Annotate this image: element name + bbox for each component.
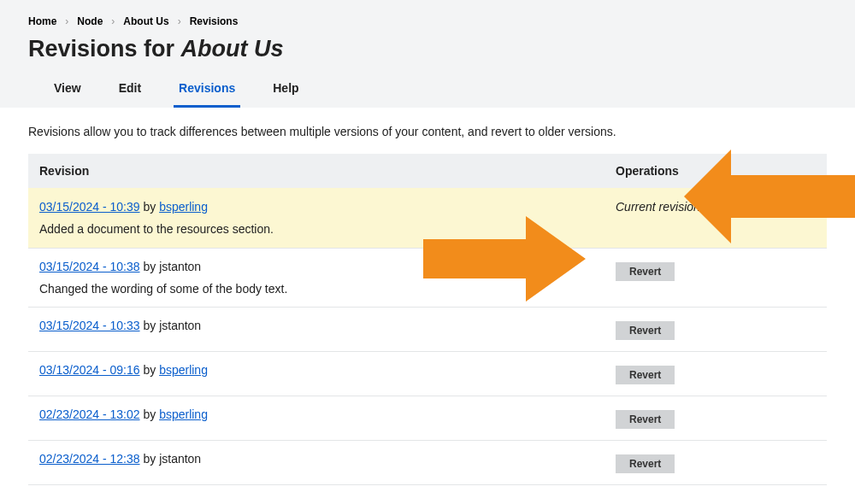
table-row: 03/15/2024 - 10:38 by jstantonChanged th… [28, 249, 827, 308]
revision-author: jstanton [159, 452, 201, 466]
revision-author[interactable]: bsperling [159, 363, 208, 377]
breadcrumb-about-us[interactable]: About Us [123, 15, 168, 27]
revisions-table: Revision Operations 03/15/2024 - 10:39 b… [28, 154, 827, 485]
by-label: by [140, 260, 160, 273]
operations-cell: Revert [604, 441, 827, 485]
operations-cell: Current revision [604, 188, 827, 249]
revision-author[interactable]: bsperling [159, 200, 208, 214]
col-operations: Operations [604, 154, 827, 188]
revision-author: jstanton [159, 260, 201, 273]
revert-button[interactable]: Revert [616, 262, 675, 281]
revision-cell: 03/13/2024 - 09:16 by bsperling [28, 352, 604, 396]
breadcrumb-node[interactable]: Node [77, 15, 103, 27]
by-label: by [140, 452, 160, 466]
page-title: Revisions for About Us [28, 36, 827, 62]
tabs: View Edit Revisions Help [28, 73, 827, 108]
revision-timestamp-link[interactable]: 03/13/2024 - 09:16 [39, 363, 140, 377]
current-revision-label: Current revision [616, 200, 700, 214]
revision-cell: 03/15/2024 - 10:38 by jstantonChanged th… [28, 249, 604, 308]
revert-button[interactable]: Revert [616, 321, 675, 340]
operations-cell: Revert [604, 308, 827, 352]
tab-help[interactable]: Help [268, 73, 304, 108]
breadcrumb-home[interactable]: Home [28, 15, 56, 27]
revision-timestamp-link[interactable]: 02/23/2024 - 13:02 [39, 407, 140, 421]
tab-revisions[interactable]: Revisions [174, 73, 240, 108]
revision-cell: 02/23/2024 - 12:38 by jstanton [28, 441, 604, 485]
chevron-right-icon: › [65, 15, 68, 27]
by-label: by [140, 200, 160, 214]
revision-message: Changed the wording of some of the body … [39, 282, 593, 296]
chevron-right-icon: › [111, 15, 115, 27]
revision-timestamp-link[interactable]: 02/23/2024 - 12:38 [39, 452, 140, 466]
table-row: 03/13/2024 - 09:16 by bsperlingRevert [28, 352, 827, 396]
revert-button[interactable]: Revert [616, 366, 675, 384]
revision-cell: 03/15/2024 - 10:39 by bsperlingAdded a d… [28, 188, 604, 249]
table-row: 02/23/2024 - 13:02 by bsperlingRevert [28, 396, 827, 441]
breadcrumb-revisions[interactable]: Revisions [190, 15, 239, 27]
by-label: by [140, 407, 160, 421]
operations-cell: Revert [604, 396, 827, 441]
revision-cell: 02/23/2024 - 13:02 by bsperling [28, 396, 604, 441]
revision-timestamp-link[interactable]: 03/15/2024 - 10:33 [39, 319, 140, 332]
tab-edit[interactable]: Edit [114, 73, 146, 108]
revision-cell: 03/15/2024 - 10:33 by jstanton [28, 308, 604, 352]
tab-view[interactable]: View [49, 73, 86, 108]
revision-message: Added a document to the resources sectio… [39, 222, 593, 236]
operations-cell: Revert [604, 352, 827, 396]
breadcrumb: Home › Node › About Us › Revisions [28, 15, 827, 27]
by-label: by [140, 319, 160, 332]
by-label: by [140, 363, 160, 377]
operations-cell: Revert [604, 249, 827, 308]
table-row: 02/23/2024 - 12:38 by jstantonRevert [28, 441, 827, 485]
revision-author: jstanton [159, 319, 201, 332]
table-row: 03/15/2024 - 10:33 by jstantonRevert [28, 308, 827, 352]
chevron-right-icon: › [178, 15, 181, 27]
revision-author[interactable]: bsperling [159, 407, 208, 421]
table-row: 03/15/2024 - 10:39 by bsperlingAdded a d… [28, 188, 827, 249]
col-revision: Revision [28, 154, 604, 188]
revision-timestamp-link[interactable]: 03/15/2024 - 10:38 [39, 260, 140, 273]
revision-timestamp-link[interactable]: 03/15/2024 - 10:39 [39, 200, 140, 214]
revert-button[interactable]: Revert [616, 410, 675, 429]
revert-button[interactable]: Revert [616, 454, 675, 473]
intro-text: Revisions allow you to track differences… [28, 125, 827, 138]
